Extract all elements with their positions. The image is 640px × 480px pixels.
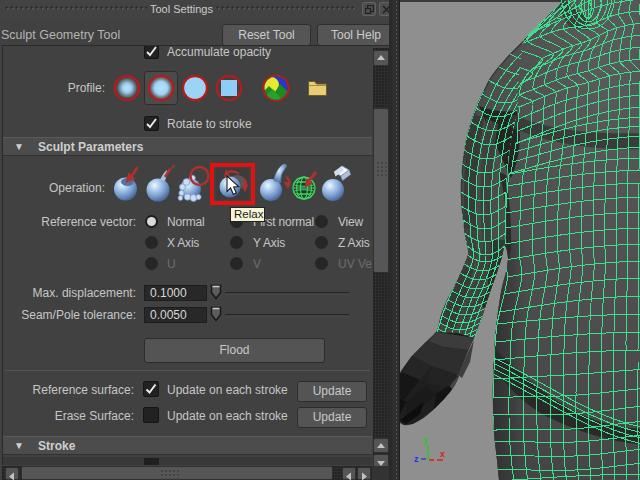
svg-text:y: y <box>423 435 428 445</box>
svg-text:z: z <box>414 454 419 464</box>
svg-text:x: x <box>440 449 445 459</box>
